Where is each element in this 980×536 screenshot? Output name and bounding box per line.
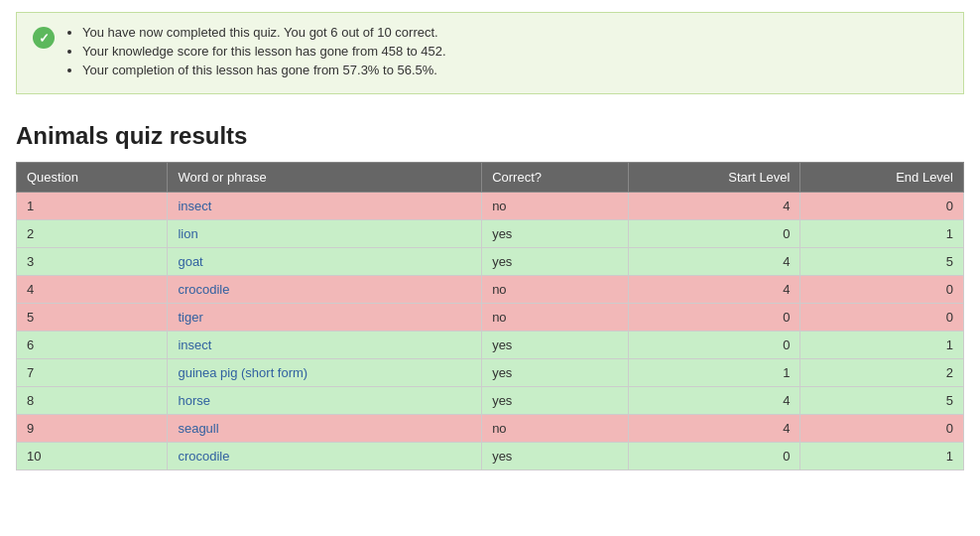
row-end-level: 5: [800, 387, 964, 415]
results-table: QuestionWord or phraseCorrect?Start Leve…: [16, 162, 964, 470]
word-link[interactable]: tiger: [178, 310, 202, 325]
table-row: 8horseyes45: [17, 387, 964, 415]
word-link[interactable]: guinea pig (short form): [178, 365, 307, 380]
notification-text: You have now completed this quiz. You go…: [64, 25, 446, 81]
table-row: 6insectyes01: [17, 332, 964, 359]
row-word: crocodile: [168, 443, 482, 470]
table-header-correct-: Correct?: [482, 163, 629, 193]
table-row: 7guinea pig (short form)yes12: [17, 359, 964, 387]
table-row: 2lionyes01: [17, 220, 964, 248]
notification-message: Your knowledge score for this lesson has…: [82, 44, 446, 59]
row-end-level: 0: [800, 276, 964, 304]
row-word: insect: [168, 332, 482, 359]
row-start-level: 0: [628, 332, 800, 359]
row-correct: yes: [482, 359, 629, 387]
row-question-number: 1: [17, 193, 168, 220]
row-correct: yes: [482, 387, 629, 415]
row-end-level: 0: [800, 415, 964, 443]
table-row: 1insectno40: [17, 193, 964, 220]
table-header-question: Question: [17, 163, 168, 193]
table-row: 5tigerno00: [17, 304, 964, 332]
row-end-level: 1: [800, 332, 964, 359]
word-link[interactable]: seagull: [178, 421, 218, 436]
page-title: Animals quiz results: [0, 106, 980, 162]
row-end-level: 5: [800, 248, 964, 276]
row-question-number: 4: [17, 276, 168, 304]
row-correct: yes: [482, 443, 629, 470]
row-end-level: 0: [800, 193, 964, 220]
row-word: guinea pig (short form): [168, 359, 482, 387]
word-link[interactable]: crocodile: [178, 282, 229, 297]
row-end-level: 2: [800, 359, 964, 387]
row-start-level: 4: [628, 415, 800, 443]
row-end-level: 1: [800, 220, 964, 248]
table-row: 3goatyes45: [17, 248, 964, 276]
row-word: horse: [168, 387, 482, 415]
row-correct: no: [482, 415, 629, 443]
row-question-number: 5: [17, 304, 168, 332]
row-question-number: 6: [17, 332, 168, 359]
notification-message: Your completion of this lesson has gone …: [82, 63, 446, 77]
row-question-number: 2: [17, 220, 168, 248]
word-link[interactable]: goat: [178, 254, 202, 269]
row-word: crocodile: [168, 276, 482, 304]
row-start-level: 4: [628, 387, 800, 415]
word-link[interactable]: horse: [178, 393, 210, 408]
check-icon: [33, 27, 55, 49]
row-correct: no: [482, 304, 629, 332]
row-word: goat: [168, 248, 482, 276]
word-link[interactable]: insect: [178, 337, 211, 352]
notification-message: You have now completed this quiz. You go…: [82, 25, 446, 40]
table-row: 9seagullno40: [17, 415, 964, 443]
row-correct: yes: [482, 248, 629, 276]
row-question-number: 9: [17, 415, 168, 443]
table-header-end-level: End Level: [800, 163, 964, 193]
word-link[interactable]: insect: [178, 199, 211, 213]
table-header-word-or-phrase: Word or phrase: [168, 163, 482, 193]
row-question-number: 10: [17, 443, 168, 470]
table-row: 10crocodileyes01: [17, 443, 964, 470]
row-word: insect: [168, 193, 482, 220]
row-word: seagull: [168, 415, 482, 443]
row-word: lion: [168, 220, 482, 248]
row-start-level: 0: [628, 443, 800, 470]
word-link[interactable]: lion: [178, 226, 197, 241]
table-row: 4crocodileno40: [17, 276, 964, 304]
row-end-level: 0: [800, 304, 964, 332]
row-start-level: 4: [628, 248, 800, 276]
row-word: tiger: [168, 304, 482, 332]
row-start-level: 4: [628, 193, 800, 220]
word-link[interactable]: crocodile: [178, 449, 229, 464]
row-question-number: 3: [17, 248, 168, 276]
row-correct: yes: [482, 332, 629, 359]
row-correct: no: [482, 193, 629, 220]
row-start-level: 1: [628, 359, 800, 387]
row-start-level: 0: [628, 220, 800, 248]
table-header-start-level: Start Level: [628, 163, 800, 193]
row-start-level: 4: [628, 276, 800, 304]
row-question-number: 8: [17, 387, 168, 415]
row-question-number: 7: [17, 359, 168, 387]
row-correct: yes: [482, 220, 629, 248]
notification-box: You have now completed this quiz. You go…: [16, 12, 964, 94]
row-correct: no: [482, 276, 629, 304]
row-start-level: 0: [628, 304, 800, 332]
row-end-level: 1: [800, 443, 964, 470]
